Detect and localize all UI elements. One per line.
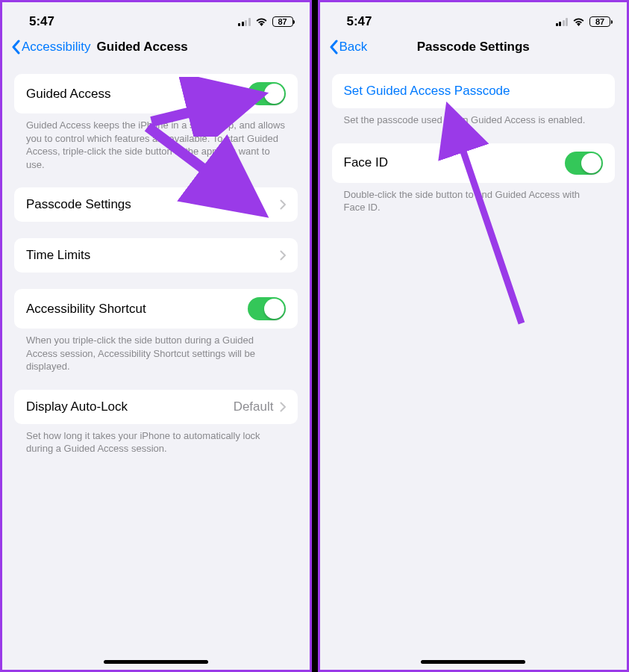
cell-accessibility-shortcut-toggle[interactable]: Accessibility Shortcut [14, 289, 298, 329]
wifi-icon [255, 17, 268, 26]
cell-set-guided-access-passcode[interactable]: Set Guided Access Passcode [332, 74, 616, 108]
cell-detail-value: Default [234, 399, 274, 414]
section-footer: When you triple-click the side button du… [14, 329, 298, 373]
status-icons: 87 [556, 16, 611, 27]
section-guided-access: Guided Access Guided Access keeps the iP… [14, 74, 298, 171]
cellular-signal-icon [238, 17, 251, 26]
cell-label: Passcode Settings [26, 197, 280, 212]
section-faceid: Face ID Double-click the side button to … [332, 143, 616, 214]
cell-face-id-toggle[interactable]: Face ID [332, 143, 616, 183]
battery-icon: 87 [589, 16, 610, 27]
page-title: Guided Access [97, 40, 188, 55]
cell-label: Set Guided Access Passcode [344, 84, 604, 99]
section-time-limits: Time Limits [14, 238, 298, 273]
battery-percentage: 87 [595, 17, 604, 26]
phone-right-passcode-settings: 5:47 87 Back Passcode Settings Set Guide… [318, 0, 630, 672]
section-footer: Guided Access keeps the iPhone in a sing… [14, 113, 298, 171]
status-icons: 87 [238, 16, 293, 27]
section-footer: Set how long it takes your iPhone to aut… [14, 424, 298, 455]
chevron-right-icon [280, 402, 286, 412]
battery-percentage: 87 [278, 17, 287, 26]
status-time: 5:47 [29, 14, 54, 29]
cell-label: Display Auto-Lock [26, 399, 234, 414]
cell-display-auto-lock[interactable]: Display Auto-Lock Default [14, 390, 298, 424]
cell-label: Time Limits [26, 248, 280, 263]
status-bar: 5:47 87 [320, 2, 628, 35]
back-label: Accessibility [22, 40, 91, 55]
section-autolock: Display Auto-Lock Default Set how long i… [14, 390, 298, 455]
phone-left-guided-access: 5:47 87 Accessibility Guided Access Guid… [0, 0, 312, 672]
cell-label: Accessibility Shortcut [26, 302, 248, 317]
cell-guided-access-toggle[interactable]: Guided Access [14, 74, 298, 113]
toggle-face-id-on[interactable] [565, 152, 603, 175]
back-button[interactable]: Back [329, 40, 368, 55]
nav-bar: Accessibility Guided Access [2, 35, 310, 62]
section-footer: Double-click the side button to end Guid… [332, 183, 616, 214]
cell-label: Guided Access [26, 87, 248, 102]
wifi-icon [572, 17, 585, 26]
battery-icon: 87 [272, 16, 293, 27]
toggle-guided-access-on[interactable] [248, 82, 286, 105]
section-footer: Set the passcode used when Guided Access… [332, 108, 616, 127]
chevron-right-icon [280, 199, 286, 210]
home-indicator[interactable] [104, 660, 208, 664]
home-indicator[interactable] [421, 660, 525, 664]
section-passcode: Passcode Settings [14, 187, 298, 222]
section-set-passcode: Set Guided Access Passcode Set the passc… [332, 74, 616, 127]
chevron-left-icon [329, 40, 338, 55]
status-bar: 5:47 87 [2, 2, 310, 35]
cell-passcode-settings[interactable]: Passcode Settings [14, 187, 298, 222]
nav-bar: Back Passcode Settings [320, 35, 628, 62]
chevron-left-icon [11, 40, 20, 55]
status-time: 5:47 [347, 14, 372, 29]
chevron-right-icon [280, 250, 286, 261]
back-label: Back [339, 40, 368, 55]
cellular-signal-icon [556, 17, 569, 26]
settings-content: Guided Access Guided Access keeps the iP… [2, 62, 310, 670]
cell-time-limits[interactable]: Time Limits [14, 238, 298, 273]
settings-content: Set Guided Access Passcode Set the passc… [320, 62, 628, 670]
toggle-accessibility-shortcut-on[interactable] [248, 297, 286, 320]
cell-label: Face ID [344, 155, 566, 170]
back-button-accessibility[interactable]: Accessibility [11, 40, 91, 55]
section-shortcut: Accessibility Shortcut When you triple-c… [14, 289, 298, 373]
